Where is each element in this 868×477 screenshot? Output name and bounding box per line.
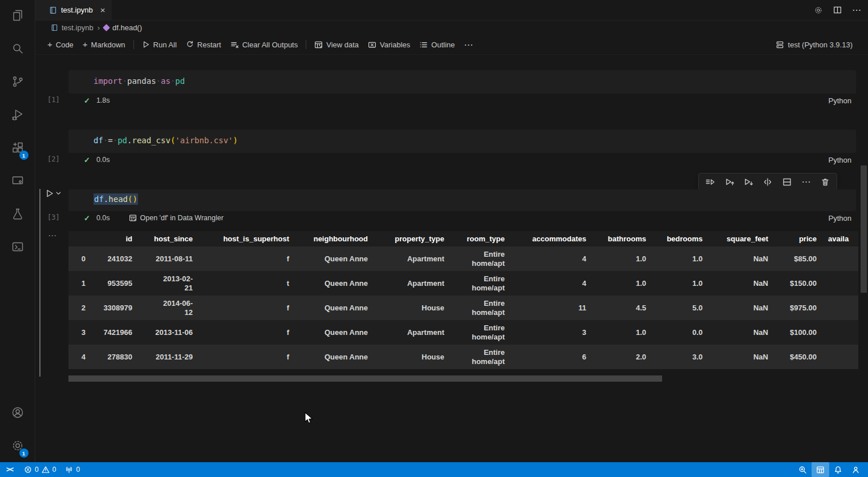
more-actions-icon[interactable]: ⋯ xyxy=(852,5,861,15)
code-token: = xyxy=(108,136,112,145)
data-wrangler-status[interactable] xyxy=(812,462,829,477)
column-header-host_is_superhost: host_is_superhost xyxy=(201,231,297,246)
error-count: 0 xyxy=(35,466,39,474)
table-cell xyxy=(825,345,858,369)
kernel-picker[interactable]: test (Python 3.9.13) xyxy=(776,41,853,49)
clear-all-icon xyxy=(230,41,239,49)
breadcrumb-file[interactable]: test.ipynb xyxy=(51,23,94,32)
column-header-neighbourhood: neighbourhood xyxy=(297,231,376,246)
run-cell-button[interactable] xyxy=(45,189,61,198)
tab-test-ipynb[interactable]: test.ipynb × xyxy=(35,0,112,20)
cell-2-status-bar: ✓ 0.0s Python xyxy=(68,153,856,166)
execute-above-cells-icon[interactable] xyxy=(702,175,718,189)
outline-button[interactable]: Outline xyxy=(415,39,459,51)
split-horizontal-icon[interactable] xyxy=(779,175,795,189)
code-selection[interactable]: df.head() xyxy=(94,193,138,205)
accounts-button[interactable] xyxy=(4,398,31,427)
extensions-badge: 1 xyxy=(19,151,29,160)
code-cell-3-editor[interactable]: df.head() xyxy=(68,189,856,211)
output-options-icon[interactable]: ⋯ xyxy=(48,231,57,241)
more-actions-icon[interactable]: ⋯ xyxy=(798,175,814,189)
cell-toolbar: ⋯ xyxy=(698,173,837,191)
account-status-button[interactable] xyxy=(847,462,865,477)
problems-indicator[interactable]: 0 0 xyxy=(19,462,60,477)
breadcrumb-symbol[interactable]: df.head() xyxy=(104,23,142,32)
editor-vertical-scrollbar[interactable] xyxy=(861,165,867,293)
code-token: head xyxy=(108,195,128,204)
code-line[interactable]: import·pandas·as·pd xyxy=(68,70,856,86)
success-check-icon: ✓ xyxy=(84,156,90,164)
sidebar-item-extensions[interactable]: 1 xyxy=(4,134,31,162)
table-cell: Queen Anne xyxy=(297,271,376,296)
sidebar-item-testing[interactable] xyxy=(4,200,31,228)
remote-indicator[interactable]: >< xyxy=(0,462,19,477)
close-icon[interactable]: × xyxy=(100,5,106,15)
code-line[interactable]: df.head() xyxy=(68,189,856,204)
code-cell-1-editor[interactable]: import·pandas·as·pd xyxy=(68,70,856,94)
sidebar-item-panel-view[interactable] xyxy=(4,233,31,261)
toolbar-more-button[interactable]: ⋯ xyxy=(460,38,478,52)
notifications-button[interactable] xyxy=(829,462,847,477)
execute-cell-and-below-icon[interactable] xyxy=(740,175,756,189)
breadcrumb-symbol-label: df.head() xyxy=(112,23,142,32)
table-cell: 6 xyxy=(513,345,594,369)
toolbar-divider xyxy=(133,40,134,49)
play-icon xyxy=(45,189,54,198)
view-data-button[interactable]: View data xyxy=(310,39,363,51)
ports-indicator[interactable]: 0 xyxy=(60,462,84,477)
variables-icon xyxy=(368,41,376,49)
zoom-indicator[interactable] xyxy=(794,462,812,477)
table-cell: 2014-06- 12 xyxy=(140,296,201,320)
run-all-label: Run All xyxy=(153,41,177,49)
open-data-wrangler-link[interactable]: Open 'df' in Data Wrangler xyxy=(129,214,224,222)
sidebar-item-remote-explorer[interactable] xyxy=(4,167,31,195)
add-code-cell-button[interactable]: + Code xyxy=(43,39,78,51)
table-cell: 1.0 xyxy=(594,320,654,345)
sidebar-item-run-debug[interactable] xyxy=(4,100,31,129)
execute-cell-and-above-icon[interactable] xyxy=(721,175,737,189)
table-cell: Apartment xyxy=(376,246,452,271)
split-cell-icon[interactable] xyxy=(760,175,776,189)
table-cell: $100.00 xyxy=(776,320,825,345)
kernel-icon xyxy=(776,41,784,49)
table-row: 233089792014-06- 12fQueen AnneHouseEntir… xyxy=(68,296,858,320)
outline-icon xyxy=(419,41,428,49)
table-cell xyxy=(825,296,858,320)
code-token: · xyxy=(156,76,161,86)
table-row: 42788302011-11-29fQueen AnneHouseEntire … xyxy=(68,345,858,369)
restart-kernel-button[interactable]: Restart xyxy=(181,39,226,51)
table-cell: Queen Anne xyxy=(297,296,376,320)
settings-button[interactable]: 1 xyxy=(4,431,31,460)
sidebar-item-search[interactable] xyxy=(4,34,31,63)
cell-language-picker[interactable]: Python xyxy=(829,156,851,164)
cell-language-picker[interactable]: Python xyxy=(829,214,851,223)
run-all-button[interactable]: Run All xyxy=(137,39,181,51)
code-token: () xyxy=(128,195,137,204)
table-cell: 4 xyxy=(68,345,94,369)
sidebar-item-source-control[interactable] xyxy=(4,67,31,96)
outline-label: Outline xyxy=(431,41,455,49)
table-header-row: idhost_sincehost_is_superhostneighbourho… xyxy=(68,231,858,246)
table-cell: 241032 xyxy=(94,246,140,271)
sidebar-item-explorer[interactable] xyxy=(4,1,31,30)
add-markdown-label: Markdown xyxy=(91,41,125,49)
output-horizontal-scrollbar[interactable] xyxy=(68,375,662,382)
notebook-toolbar: + Code + Markdown Run All Restart Clear … xyxy=(35,35,868,55)
variables-button[interactable]: Variables xyxy=(363,39,415,51)
cell-language-picker[interactable]: Python xyxy=(829,96,851,105)
table-cell: Queen Anne xyxy=(297,246,376,271)
table-cell: 3308979 xyxy=(94,296,140,320)
clear-all-outputs-button[interactable]: Clear All Outputs xyxy=(226,39,303,51)
delete-cell-icon[interactable] xyxy=(817,175,833,189)
code-cell-2-editor[interactable]: df·=·pd.read_csv('airbnb.csv') xyxy=(68,130,856,153)
table-cell: f xyxy=(201,296,297,320)
code-token: pandas xyxy=(127,76,156,86)
add-markdown-cell-button[interactable]: + Markdown xyxy=(78,39,130,51)
table-cell: House xyxy=(376,296,452,320)
chevron-down-icon[interactable] xyxy=(56,191,61,195)
customize-layout-gear-icon[interactable] xyxy=(814,6,823,15)
remote-explorer-icon xyxy=(11,174,25,188)
symbol-method-icon xyxy=(103,24,110,31)
code-line[interactable]: df·=·pd.read_csv('airbnb.csv') xyxy=(68,130,856,145)
split-editor-icon[interactable] xyxy=(833,6,842,14)
